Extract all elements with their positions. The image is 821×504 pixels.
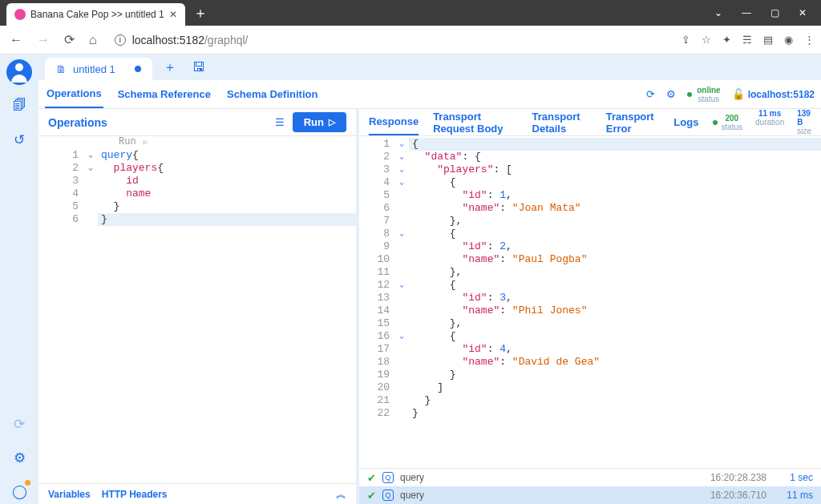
tab-title: Banana Cake Pop >> untitled 1 <box>30 9 164 20</box>
browser-titlebar: Banana Cake Pop >> untitled 1 ✕ ＋ ⌄ — ▢ … <box>0 0 821 26</box>
tab-logs[interactable]: Logs <box>673 109 698 135</box>
settings-icon[interactable]: ⚙ <box>6 445 32 470</box>
check-icon: ✔ <box>367 490 376 502</box>
reload-button[interactable]: ⟳ <box>61 30 78 49</box>
refresh-schema-icon[interactable]: ⟳ <box>646 88 655 100</box>
tab-operations[interactable]: Operations <box>45 80 103 108</box>
history-duration: 1 sec <box>781 472 813 483</box>
format-icon[interactable]: ☰ <box>275 116 285 128</box>
share-icon[interactable]: ⇪ <box>681 34 690 46</box>
tab-schema-definition[interactable]: Schema Definition <box>225 80 319 108</box>
variables-tab[interactable]: Variables <box>48 489 91 500</box>
lock-open-icon: 🔓 <box>732 88 745 100</box>
stat-duration: 11 ms duration <box>755 109 784 135</box>
check-icon: ✔ <box>367 472 376 484</box>
site-info-icon[interactable]: i <box>115 34 126 46</box>
endpoint-indicator[interactable]: 🔓 localhost:5182 <box>732 88 815 100</box>
history-row[interactable]: ✔ Q query 16:20:28.238 1 sec <box>359 469 821 486</box>
history-timestamp: 16:20:28.238 <box>710 472 766 483</box>
tab-transport-error[interactable]: Transport Error <box>606 109 660 135</box>
expand-bottom-icon[interactable]: ︽ <box>336 487 346 502</box>
file-icon: 🗎 <box>56 63 67 75</box>
history-duration: 11 ms <box>781 490 813 501</box>
home-button[interactable]: ⌂ <box>86 31 100 49</box>
url-box[interactable]: i localhost:5182/graphql/ <box>108 30 673 50</box>
account-icon[interactable]: ◯ <box>6 478 32 504</box>
tab-transport-request-body[interactable]: Transport Request Body <box>433 109 517 135</box>
close-window-button[interactable]: ✕ <box>799 7 807 18</box>
browser-tab[interactable]: Banana Cake Pop >> untitled 1 ✕ <box>6 3 185 26</box>
stat-size: 139 B size <box>797 109 811 135</box>
history-name: query <box>400 490 704 501</box>
query-editor[interactable]: Run ▷ 123456 ⌄⌄ query{ players{ id name … <box>38 136 356 483</box>
media-icon[interactable]: ▤ <box>763 34 773 46</box>
document-tab-label: untitled 1 <box>73 63 115 75</box>
history-name: query <box>400 472 704 483</box>
url-text: localhost:5182/graphql/ <box>132 34 249 46</box>
response-viewer[interactable]: 12345678910111213141516171819202122 ⌄⌄⌄⌄… <box>359 136 821 468</box>
chevron-down-icon[interactable]: ⌄ <box>714 7 722 18</box>
more-icon[interactable]: ⋮ <box>804 34 815 46</box>
history-timestamp: 16:20:36.710 <box>710 490 766 501</box>
stat-status: 200 status <box>721 114 742 131</box>
tab-response[interactable]: Response <box>369 109 419 135</box>
tab-transport-details[interactable]: Transport Details <box>532 109 592 135</box>
documents-icon[interactable]: 🗐 <box>6 93 32 119</box>
document-tab[interactable]: 🗎 untitled 1 <box>45 58 152 80</box>
dirty-indicator-icon <box>135 66 141 72</box>
browser-addressbar: ← → ⟳ ⌂ i localhost:5182/graphql/ ⇪ ☆ ✦ … <box>0 26 821 54</box>
extensions-icon[interactable]: ✦ <box>722 34 731 46</box>
maximize-button[interactable]: ▢ <box>770 7 779 18</box>
add-document-button[interactable]: ＋ <box>159 59 181 76</box>
settings-gear-icon[interactable]: ⚙ <box>666 88 676 100</box>
profile-icon[interactable]: ◉ <box>784 34 793 46</box>
sync-icon[interactable]: ⟳ <box>6 411 32 437</box>
operations-title: Operations <box>48 116 267 129</box>
reading-list-icon[interactable]: ☴ <box>742 34 752 46</box>
left-rail: 🗐 ↺ ⟳ ⚙ ◯ <box>0 54 38 504</box>
app-logo-icon[interactable] <box>6 59 32 85</box>
forward-button[interactable]: → <box>34 31 53 49</box>
save-document-button[interactable]: 🖫 <box>188 60 210 75</box>
tab-schema-reference[interactable]: Schema Reference <box>116 80 212 108</box>
connection-status: online status <box>697 86 720 103</box>
history-icon[interactable]: ↺ <box>6 127 32 152</box>
query-type-icon: Q <box>382 490 394 501</box>
new-tab-button[interactable]: ＋ <box>185 3 216 22</box>
minimize-button[interactable]: — <box>742 7 751 18</box>
tab-close-button[interactable]: ✕ <box>169 9 177 20</box>
back-button[interactable]: ← <box>6 31 26 49</box>
http-headers-tab[interactable]: HTTP Headers <box>102 489 168 500</box>
tab-favicon-icon <box>14 9 26 20</box>
query-type-icon: Q <box>382 472 394 483</box>
bookmark-icon[interactable]: ☆ <box>702 34 711 46</box>
history-row[interactable]: ✔ Q query 16:20:36.710 11 ms <box>359 486 821 504</box>
run-button[interactable]: Run▷ <box>293 112 346 132</box>
